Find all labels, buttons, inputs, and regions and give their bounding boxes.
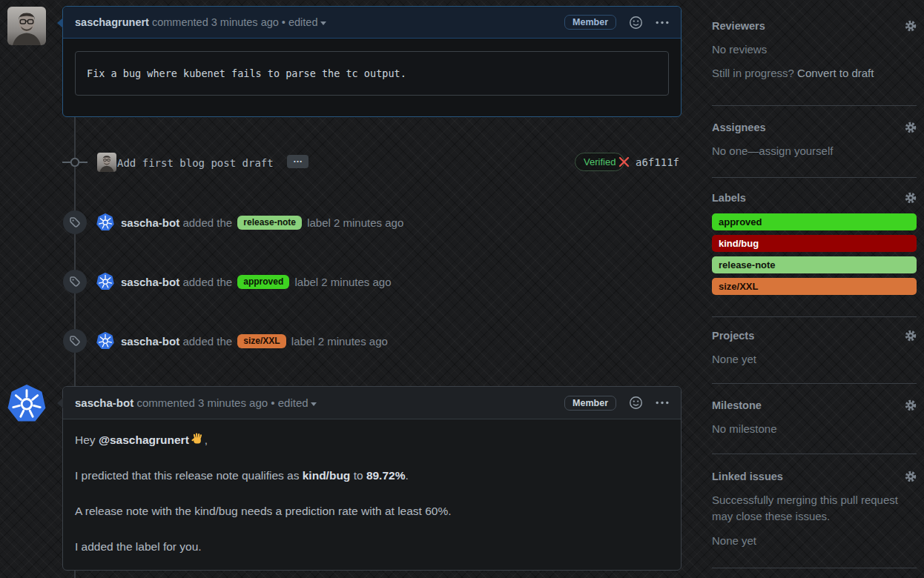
gear-icon[interactable] (905, 471, 917, 482)
comment-byline: saschagrunert commented 3 minutes ago • … (75, 16, 326, 28)
label-chip[interactable]: approved (237, 275, 289, 289)
label-chip[interactable]: size/XXL (237, 334, 286, 348)
pull-request-page: saschagrunert commented 3 minutes ago • … (0, 0, 924, 578)
comment-meta: commented 3 minutes ago • (152, 16, 286, 28)
ci-failed-x-icon[interactable] (618, 156, 630, 167)
label-chip[interactable]: release-note (237, 216, 302, 230)
tag-icon (69, 276, 81, 288)
author-link[interactable]: saschagrunert (75, 16, 149, 28)
edited-dropdown[interactable]: edited (278, 396, 317, 409)
add-reaction-icon[interactable] (629, 396, 643, 410)
gear-icon[interactable] (905, 330, 917, 342)
add-reaction-icon[interactable] (629, 16, 643, 30)
reviewers-title: Reviewers (712, 20, 765, 32)
sidebar-label-release-note[interactable]: release-note (712, 256, 917, 273)
actor-link[interactable]: sascha-bot (121, 334, 179, 347)
commit-message-link[interactable]: Add first blog post draft (117, 157, 274, 169)
code-block: Fix a bug where kubenet fails to parse t… (75, 51, 669, 96)
comment-meta: commented 3 minutes ago • (136, 396, 274, 409)
sidebar-section-linked-issues: Linked issues Successfully merging this … (712, 471, 917, 549)
sidebar-divider (712, 454, 917, 454)
gear-icon[interactable] (905, 192, 917, 204)
paragraph-added: I added the label for you. (75, 538, 669, 555)
code-text: Fix a bug where kubenet fails to parse t… (87, 67, 406, 79)
kebab-menu-icon[interactable] (656, 401, 669, 405)
avatar-sascha-bot[interactable] (7, 385, 46, 423)
commit-expander-button[interactable]: … (287, 155, 308, 168)
commit-sha-link[interactable]: a6f111f (636, 156, 679, 168)
gear-icon[interactable] (905, 20, 917, 32)
git-commit-icon (62, 151, 88, 173)
member-badge: Member (564, 15, 616, 30)
edited-dropdown[interactable]: edited (288, 16, 326, 28)
sidebar-section-reviewers: Reviewers No reviews Still in progress? … (712, 20, 917, 82)
comment-caret (57, 18, 63, 28)
sidebar-section-assignees: Assignees No one—assign yourself (712, 122, 917, 159)
comment-body: Hey @saschagrunert, I predicted that thi… (63, 419, 681, 578)
comment-byline: sascha-bot commented 3 minutes ago • edi… (75, 396, 317, 409)
member-badge: Member (564, 396, 616, 411)
sidebar-divider (712, 105, 917, 106)
sidebar-section-projects: Projects None yet (712, 330, 917, 368)
kebab-menu-icon[interactable] (656, 21, 669, 24)
wave-emoji (191, 432, 205, 446)
label-event-row: sascha-bot added the release-note label … (63, 210, 682, 234)
sidebar-section-milestone: Milestone No milestone (712, 399, 917, 437)
reviewers-hint: Still in progress? Convert to draft (712, 65, 917, 82)
event-text: sascha-bot added the size/XXL label 2 mi… (121, 334, 388, 348)
projects-empty-text: None yet (712, 351, 917, 368)
gear-icon[interactable] (905, 399, 917, 411)
tag-icon (69, 335, 81, 347)
paragraph-prediction: I predicted that this release note quali… (75, 467, 669, 484)
projects-title: Projects (712, 330, 754, 342)
mention-link[interactable]: @saschagrunert (99, 434, 189, 446)
comment-sascha-bot: sascha-bot commented 3 minutes ago • edi… (62, 386, 682, 571)
sidebar-label-size-xxl[interactable]: size/XXL (712, 278, 917, 295)
milestone-title: Milestone (712, 399, 762, 411)
linked-issues-desc: Successfully merging this pull request m… (712, 492, 917, 525)
event-text: sascha-bot added the release-note label … (121, 216, 403, 230)
comment-caret (57, 398, 63, 408)
label-event-row: sascha-bot added the approved label 2 mi… (63, 270, 682, 293)
assignees-title: Assignees (712, 122, 766, 133)
comment-header: saschagrunert commented 3 minutes ago • … (63, 7, 681, 39)
timeline-badge (63, 210, 87, 234)
sidebar-label-kind-bug[interactable]: kind/bug (712, 235, 917, 252)
verified-badge[interactable]: Verified (575, 153, 624, 171)
reviewers-empty-text: No reviews (712, 41, 917, 58)
sidebar-divider (712, 383, 917, 384)
gear-icon[interactable] (905, 122, 917, 133)
paragraph-greeting: Hey @saschagrunert, (75, 431, 669, 448)
sascha-bot-avatar[interactable] (96, 332, 114, 350)
milestone-empty-text: No milestone (712, 421, 917, 437)
label-event-row: sascha-bot added the size/XXL label 2 mi… (63, 329, 682, 353)
actor-link[interactable]: sascha-bot (121, 275, 179, 288)
paragraph-threshold: A release note with the kind/bug needs a… (75, 502, 669, 519)
timeline-badge (63, 329, 87, 353)
assignees-empty-text[interactable]: No one—assign yourself (712, 143, 917, 159)
chevron-down-icon (311, 402, 317, 406)
convert-to-draft-link[interactable]: Convert to draft (797, 67, 874, 79)
sascha-bot-avatar[interactable] (96, 273, 114, 290)
labels-title: Labels (712, 192, 746, 204)
linked-issues-empty-text: None yet (712, 533, 917, 549)
sidebar-label-approved[interactable]: approved (712, 213, 917, 230)
comment-body: Fix a bug where kubenet fails to parse t… (63, 39, 681, 108)
tag-icon (69, 216, 81, 228)
sidebar-divider (712, 568, 917, 568)
event-text: sascha-bot added the approved label 2 mi… (121, 275, 392, 289)
commit-author-avatar[interactable] (97, 153, 116, 172)
avatar-saschagrunert[interactable] (7, 7, 46, 45)
chevron-down-icon (320, 21, 326, 25)
sidebar-divider (712, 316, 917, 317)
linked-issues-title: Linked issues (712, 471, 783, 482)
actor-link[interactable]: sascha-bot (121, 216, 179, 228)
sidebar-section-labels: Labels approved kind/bug release-note si… (712, 192, 917, 299)
sidebar-divider (712, 177, 917, 178)
sascha-bot-avatar[interactable] (96, 213, 114, 231)
timeline-badge (63, 270, 87, 293)
author-link[interactable]: sascha-bot (75, 396, 133, 409)
labels-list: approved kind/bug release-note size/XXL (712, 213, 917, 295)
comment-pr-description: saschagrunert commented 3 minutes ago • … (62, 6, 682, 117)
comment-header: sascha-bot commented 3 minutes ago • edi… (63, 387, 681, 419)
